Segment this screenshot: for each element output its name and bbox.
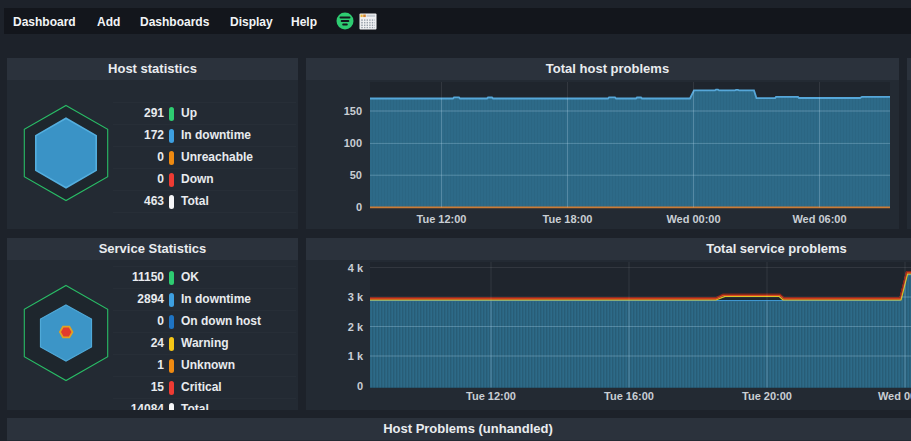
svg-text:Wed 06:00: Wed 06:00: [792, 213, 846, 225]
svg-text:0: 0: [357, 380, 363, 392]
svg-text:Tue 18:00: Tue 18:00: [543, 213, 593, 225]
svg-text:0: 0: [356, 201, 362, 213]
svg-text:3 k: 3 k: [348, 291, 364, 303]
svg-text:Wed 00:00: Wed 00:00: [666, 213, 720, 225]
svg-text:Tue 20:00: Tue 20:00: [742, 390, 792, 402]
svg-text:Tue 16:00: Tue 16:00: [604, 390, 654, 402]
svg-text:Tue 12:00: Tue 12:00: [417, 213, 467, 225]
svg-text:100: 100: [344, 137, 362, 149]
svg-text:Tue 12:00: Tue 12:00: [466, 390, 516, 402]
svg-text:1 k: 1 k: [348, 350, 364, 362]
svg-text:2 k: 2 k: [348, 321, 364, 333]
svg-text:4 k: 4 k: [348, 262, 364, 274]
svg-text:150: 150: [344, 105, 362, 117]
svg-text:50: 50: [350, 169, 362, 181]
svg-text:Wed 00:00: Wed 00:00: [878, 390, 911, 402]
